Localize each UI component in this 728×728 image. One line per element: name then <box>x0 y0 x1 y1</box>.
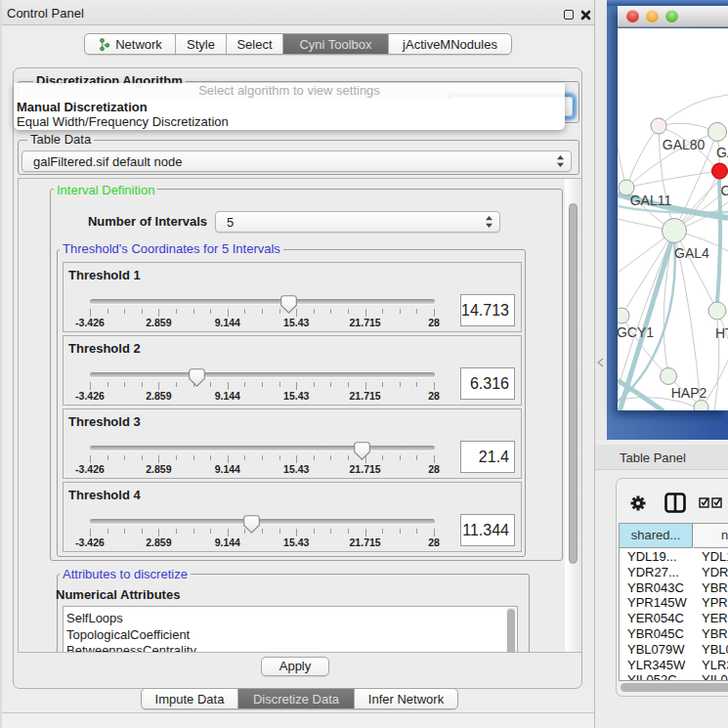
svg-text:CY: CY <box>721 183 728 198</box>
svg-text:HTR: HTR <box>715 325 728 341</box>
svg-text:GAL4: GAL4 <box>674 245 709 261</box>
svg-text:GAL80: GAL80 <box>663 137 706 152</box>
svg-text:GAL5: GAL5 <box>716 145 728 160</box>
svg-text:GAL11: GAL11 <box>630 193 672 208</box>
svg-text:GCY1: GCY1 <box>618 324 654 340</box>
svg-text:HAP2: HAP2 <box>671 385 707 401</box>
